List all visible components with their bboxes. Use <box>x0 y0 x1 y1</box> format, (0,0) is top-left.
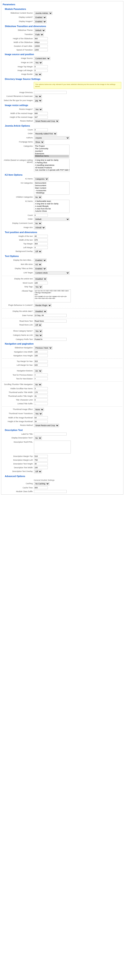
section-resize: Image resize settings <box>2 103 122 107</box>
panel-title: Parameters <box>2 2 122 6</box>
desc-margin-left[interactable] <box>34 458 48 461</box>
thumb-height[interactable] <box>34 420 48 423</box>
item-title-sizes[interactable]: H2 <box>34 263 42 266</box>
desc-text-height[interactable] <box>34 462 48 465</box>
nav-area-width[interactable] <box>34 350 48 353</box>
desc-text-width[interactable] <box>34 466 48 469</box>
background-overlay[interactable]: Off <box>34 250 42 253</box>
section-k2: K2 Item Options <box>2 172 122 177</box>
joomla-count[interactable] <box>34 128 48 131</box>
text-width[interactable] <box>34 239 48 242</box>
module-class-suffix[interactable] <box>34 490 67 493</box>
nav-top-margin[interactable] <box>34 360 48 363</box>
prev-button-text[interactable] <box>34 374 48 376</box>
slideshow-theme[interactable]: Default <box>34 29 45 32</box>
nav-buttons[interactable]: On <box>34 369 42 372</box>
lbl-jcount: Count <box>2 128 34 131</box>
lbl-rm: Resize Method <box>2 119 34 122</box>
strip-tags[interactable]: Yes <box>34 285 43 289</box>
titles-as-links[interactable]: Enabled <box>34 267 46 270</box>
transition-speed[interactable] <box>34 48 48 51</box>
k2-categories[interactable]: DemocontentDemocontentMain Content- Acce… <box>34 181 70 195</box>
text-left-margin[interactable] <box>34 246 48 249</box>
slide-duration[interactable] <box>34 45 48 48</box>
image-top-margin[interactable] <box>34 65 48 68</box>
display-images[interactable]: Enabled <box>34 20 46 23</box>
image-source[interactable]: Content Item <box>34 57 50 60</box>
display-article-text[interactable]: Disabled <box>34 277 47 281</box>
desc-text-overlay[interactable]: Off <box>34 470 42 473</box>
caching[interactable]: No Caching <box>34 482 49 485</box>
plugin-behaviour[interactable]: Render Plugin <box>34 304 51 307</box>
label-for-title[interactable] <box>34 433 67 436</box>
joomla-order[interactable]: Recently Added First <box>34 132 57 135</box>
frontpage-items[interactable]: Show <box>34 140 44 144</box>
display-description-text[interactable]: No <box>34 436 42 440</box>
convert-lowercase[interactable]: No <box>34 95 42 98</box>
display-item-titles[interactable]: Enabled <box>34 259 46 262</box>
text-top-margin[interactable] <box>34 242 48 245</box>
image-left-margin[interactable] <box>34 69 48 72</box>
image-as-link[interactable]: Yes <box>34 61 43 64</box>
slideshow-content-source[interactable]: Joomla Articles <box>34 11 52 15</box>
read-more-text[interactable] <box>34 320 67 323</box>
slideshow-navigation[interactable]: Previous / Next <box>34 346 52 350</box>
description-text-html[interactable] <box>34 441 71 453</box>
joomla-articles[interactable]: A long time to wait for clarityA Parting… <box>34 159 70 172</box>
resize-width[interactable] <box>34 112 48 115</box>
visible-scrollbar-items[interactable] <box>34 387 48 390</box>
cache-time[interactable] <box>34 486 48 489</box>
display-article-date[interactable]: Disabled <box>34 310 47 313</box>
thumbnail-image-effect[interactable]: None <box>34 408 44 411</box>
slideshow-width[interactable] <box>34 41 48 44</box>
resize-method[interactable]: Smart Resize and Crop <box>34 119 59 123</box>
joomla-authors[interactable]: Anyone <box>34 136 70 140</box>
display-content[interactable]: Enabled <box>34 16 46 19</box>
scrolling-thumbs-title[interactable]: No <box>34 383 42 386</box>
lbl-jart: Articles (based on category setting abov… <box>2 159 34 164</box>
read-more-link[interactable]: Off <box>34 323 42 327</box>
lbl-ttw: Thumbnail and/or Title Width <box>2 391 34 394</box>
file-type[interactable]: jpg <box>34 99 42 102</box>
text-height[interactable] <box>34 235 48 238</box>
resize-height[interactable] <box>34 116 48 119</box>
date-format[interactable] <box>34 314 67 317</box>
lbl-rmt: Read More Text <box>2 320 34 322</box>
lbl-rml: Read More Link <box>2 323 34 326</box>
lbl-hit: Height of the image thumbnail <box>2 420 34 423</box>
category-name-link[interactable]: Yes <box>34 334 43 337</box>
limited-title-suffix[interactable] <box>34 402 48 405</box>
nav-left-margin[interactable] <box>34 364 48 367</box>
word-count[interactable] <box>34 282 48 285</box>
title-char-limit[interactable] <box>34 398 48 401</box>
k2-order[interactable]: Default <box>34 218 70 221</box>
resize-images[interactable]: Yes <box>34 108 43 111</box>
lbl-sn: Slideshow Navigation <box>2 346 34 349</box>
nav-resize-method[interactable]: Smart Resize and Crop <box>34 424 59 427</box>
lbl-rh: Height of the resized image <box>2 116 34 118</box>
thumbnail-hover-transitions[interactable]: Yes <box>34 412 43 415</box>
joomla-categories[interactable]: The ProjectThe CommunityJoomla.frExtensi… <box>34 145 70 158</box>
k2-children[interactable]: No <box>34 196 42 199</box>
image-border[interactable]: No <box>34 73 42 76</box>
k2-image-size[interactable]: XSmall <box>34 226 45 229</box>
transition[interactable]: Fade <box>34 33 44 36</box>
thumb-title-height[interactable] <box>34 395 48 398</box>
allowed-tags[interactable]: <p><a><b><i><h2><h3><h4><h5><h6><em><str… <box>34 290 71 302</box>
thumb-title-width[interactable] <box>34 391 48 394</box>
lbl-k2items2: K2 Items <box>2 200 34 202</box>
link-target[interactable]: Content Article <box>34 271 70 275</box>
k2-count[interactable] <box>34 214 48 217</box>
nav-area-height[interactable] <box>34 354 48 357</box>
category-prefix-text[interactable] <box>34 338 67 341</box>
slideshow-height[interactable] <box>34 37 48 40</box>
desc-margin-top[interactable] <box>34 455 48 458</box>
lbl-wit: Width of the image thumbnail <box>2 416 34 419</box>
thumb-width[interactable] <box>34 416 48 419</box>
show-category-name[interactable]: Yes <box>34 329 43 333</box>
k2-items-list[interactable]: A fashionable teamA long time to wait fo… <box>34 200 70 213</box>
next-button-text[interactable] <box>34 377 48 380</box>
k2-comment-count[interactable]: No <box>34 222 42 225</box>
image-directory[interactable] <box>34 91 67 94</box>
k2-items-mode[interactable]: Categories <box>34 177 49 181</box>
